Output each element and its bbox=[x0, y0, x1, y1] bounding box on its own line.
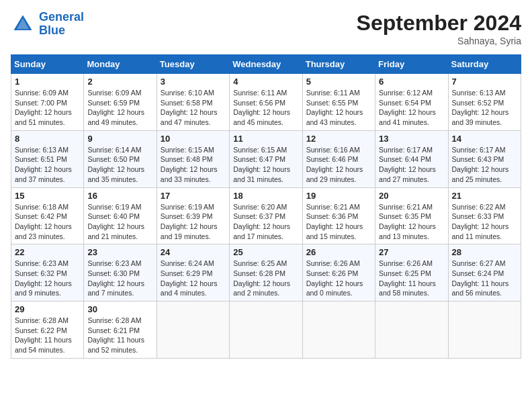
day-number: 4 bbox=[233, 77, 298, 87]
calendar-cell bbox=[448, 302, 521, 359]
day-info: Sunrise: 6:11 AMSunset: 6:55 PMDaylight:… bbox=[306, 88, 371, 128]
calendar-cell: 4Sunrise: 6:11 AMSunset: 6:56 PMDaylight… bbox=[230, 74, 302, 131]
day-info: Sunrise: 6:17 AMSunset: 6:44 PMDaylight:… bbox=[379, 145, 444, 185]
calendar-cell: 25Sunrise: 6:25 AMSunset: 6:28 PMDayligh… bbox=[230, 244, 302, 302]
day-info: Sunrise: 6:13 AMSunset: 6:51 PMDaylight:… bbox=[15, 145, 80, 185]
day-info: Sunrise: 6:13 AMSunset: 6:52 PMDaylight:… bbox=[452, 88, 517, 128]
day-number: 6 bbox=[379, 77, 444, 87]
calendar-cell: 8Sunrise: 6:13 AMSunset: 6:51 PMDaylight… bbox=[11, 130, 84, 187]
calendar-cell: 20Sunrise: 6:21 AMSunset: 6:35 PMDayligh… bbox=[375, 187, 448, 244]
day-number: 16 bbox=[87, 191, 152, 201]
day-number: 5 bbox=[306, 77, 371, 87]
day-header-saturday: Saturday bbox=[448, 55, 521, 74]
calendar-cell: 18Sunrise: 6:20 AMSunset: 6:37 PMDayligh… bbox=[230, 187, 302, 244]
day-info: Sunrise: 6:26 AMSunset: 6:26 PMDaylight:… bbox=[306, 259, 371, 298]
day-info: Sunrise: 6:23 AMSunset: 6:30 PMDaylight:… bbox=[87, 259, 152, 298]
day-info: Sunrise: 6:20 AMSunset: 6:37 PMDaylight:… bbox=[233, 202, 298, 242]
day-info: Sunrise: 6:10 AMSunset: 6:58 PMDaylight:… bbox=[161, 88, 226, 128]
calendar-cell: 3Sunrise: 6:10 AMSunset: 6:58 PMDaylight… bbox=[157, 74, 229, 131]
day-header-sunday: Sunday bbox=[11, 55, 84, 74]
day-info: Sunrise: 6:18 AMSunset: 6:42 PMDaylight:… bbox=[15, 202, 80, 242]
day-header-thursday: Thursday bbox=[302, 55, 375, 74]
day-info: Sunrise: 6:21 AMSunset: 6:35 PMDaylight:… bbox=[379, 202, 444, 242]
day-number: 14 bbox=[452, 134, 517, 144]
day-number: 12 bbox=[306, 134, 371, 144]
day-number: 25 bbox=[233, 247, 298, 257]
calendar-cell: 6Sunrise: 6:12 AMSunset: 6:54 PMDaylight… bbox=[375, 74, 448, 131]
day-number: 22 bbox=[15, 247, 80, 257]
title-area: September 2024 Sahnaya, Syria bbox=[357, 11, 521, 46]
calendar-table: SundayMondayTuesdayWednesdayThursdayFrid… bbox=[11, 54, 521, 359]
calendar-cell: 5Sunrise: 6:11 AMSunset: 6:55 PMDaylight… bbox=[302, 74, 375, 131]
day-number: 20 bbox=[379, 191, 444, 201]
day-info: Sunrise: 6:22 AMSunset: 6:33 PMDaylight:… bbox=[452, 202, 517, 242]
logo-text: General Blue bbox=[39, 11, 84, 38]
day-number: 10 bbox=[161, 134, 226, 144]
day-number: 15 bbox=[15, 191, 80, 201]
day-number: 9 bbox=[87, 134, 152, 144]
calendar-cell: 10Sunrise: 6:15 AMSunset: 6:48 PMDayligh… bbox=[157, 130, 229, 187]
calendar-cell: 11Sunrise: 6:15 AMSunset: 6:47 PMDayligh… bbox=[230, 130, 302, 187]
day-info: Sunrise: 6:15 AMSunset: 6:47 PMDaylight:… bbox=[233, 145, 298, 185]
calendar-cell: 30Sunrise: 6:28 AMSunset: 6:21 PMDayligh… bbox=[84, 302, 157, 359]
day-number: 8 bbox=[15, 134, 80, 144]
day-number: 18 bbox=[233, 191, 298, 201]
day-info: Sunrise: 6:24 AMSunset: 6:29 PMDaylight:… bbox=[161, 259, 226, 298]
day-info: Sunrise: 6:09 AMSunset: 7:00 PMDaylight:… bbox=[15, 88, 80, 128]
calendar-cell: 24Sunrise: 6:24 AMSunset: 6:29 PMDayligh… bbox=[157, 244, 229, 302]
calendar-cell bbox=[375, 302, 448, 359]
day-number: 11 bbox=[233, 134, 298, 144]
calendar-cell: 15Sunrise: 6:18 AMSunset: 6:42 PMDayligh… bbox=[11, 187, 84, 244]
logo-icon bbox=[11, 12, 35, 36]
day-number: 23 bbox=[87, 247, 152, 257]
day-info: Sunrise: 6:12 AMSunset: 6:54 PMDaylight:… bbox=[379, 88, 444, 128]
day-info: Sunrise: 6:17 AMSunset: 6:43 PMDaylight:… bbox=[452, 145, 517, 185]
day-number: 13 bbox=[379, 134, 444, 144]
day-info: Sunrise: 6:15 AMSunset: 6:48 PMDaylight:… bbox=[161, 145, 226, 185]
day-info: Sunrise: 6:23 AMSunset: 6:32 PMDaylight:… bbox=[15, 259, 80, 298]
day-info: Sunrise: 6:28 AMSunset: 6:21 PMDaylight:… bbox=[87, 316, 152, 355]
calendar-cell bbox=[302, 302, 375, 359]
calendar-cell: 22Sunrise: 6:23 AMSunset: 6:32 PMDayligh… bbox=[11, 244, 84, 302]
day-number: 19 bbox=[306, 191, 371, 201]
calendar-cell bbox=[230, 302, 302, 359]
calendar-cell bbox=[157, 302, 229, 359]
day-info: Sunrise: 6:25 AMSunset: 6:28 PMDaylight:… bbox=[233, 259, 298, 298]
month-title: September 2024 bbox=[357, 11, 521, 36]
calendar-cell: 9Sunrise: 6:14 AMSunset: 6:50 PMDaylight… bbox=[84, 130, 157, 187]
day-number: 1 bbox=[15, 77, 80, 87]
day-info: Sunrise: 6:27 AMSunset: 6:24 PMDaylight:… bbox=[452, 259, 517, 298]
calendar-cell: 21Sunrise: 6:22 AMSunset: 6:33 PMDayligh… bbox=[448, 187, 521, 244]
day-number: 29 bbox=[15, 304, 80, 314]
calendar-cell: 16Sunrise: 6:19 AMSunset: 6:40 PMDayligh… bbox=[84, 187, 157, 244]
day-info: Sunrise: 6:11 AMSunset: 6:56 PMDaylight:… bbox=[233, 88, 298, 128]
day-number: 2 bbox=[87, 77, 152, 87]
day-info: Sunrise: 6:19 AMSunset: 6:39 PMDaylight:… bbox=[161, 202, 226, 242]
day-number: 17 bbox=[161, 191, 226, 201]
day-number: 30 bbox=[87, 304, 152, 314]
logo-line1: General bbox=[39, 10, 84, 24]
page-header: General Blue September 2024 Sahnaya, Syr… bbox=[11, 11, 521, 46]
day-header-friday: Friday bbox=[375, 55, 448, 74]
day-number: 21 bbox=[452, 191, 517, 201]
calendar-cell: 27Sunrise: 6:26 AMSunset: 6:25 PMDayligh… bbox=[375, 244, 448, 302]
day-info: Sunrise: 6:09 AMSunset: 6:59 PMDaylight:… bbox=[87, 88, 152, 128]
day-number: 24 bbox=[161, 247, 226, 257]
location: Sahnaya, Syria bbox=[357, 36, 521, 46]
day-number: 7 bbox=[452, 77, 517, 87]
day-number: 27 bbox=[379, 247, 444, 257]
day-header-wednesday: Wednesday bbox=[230, 55, 302, 74]
day-info: Sunrise: 6:28 AMSunset: 6:22 PMDaylight:… bbox=[15, 316, 80, 355]
day-number: 26 bbox=[306, 247, 371, 257]
calendar-cell: 23Sunrise: 6:23 AMSunset: 6:30 PMDayligh… bbox=[84, 244, 157, 302]
calendar-cell: 7Sunrise: 6:13 AMSunset: 6:52 PMDaylight… bbox=[448, 74, 521, 131]
calendar-cell: 17Sunrise: 6:19 AMSunset: 6:39 PMDayligh… bbox=[157, 187, 229, 244]
calendar-cell: 13Sunrise: 6:17 AMSunset: 6:44 PMDayligh… bbox=[375, 130, 448, 187]
calendar-cell: 19Sunrise: 6:21 AMSunset: 6:36 PMDayligh… bbox=[302, 187, 375, 244]
day-number: 3 bbox=[161, 77, 226, 87]
calendar-cell: 1Sunrise: 6:09 AMSunset: 7:00 PMDaylight… bbox=[11, 74, 84, 131]
day-info: Sunrise: 6:14 AMSunset: 6:50 PMDaylight:… bbox=[87, 145, 152, 185]
calendar-cell: 2Sunrise: 6:09 AMSunset: 6:59 PMDaylight… bbox=[84, 74, 157, 131]
day-number: 28 bbox=[452, 247, 517, 257]
logo-line2: Blue bbox=[39, 24, 65, 37]
